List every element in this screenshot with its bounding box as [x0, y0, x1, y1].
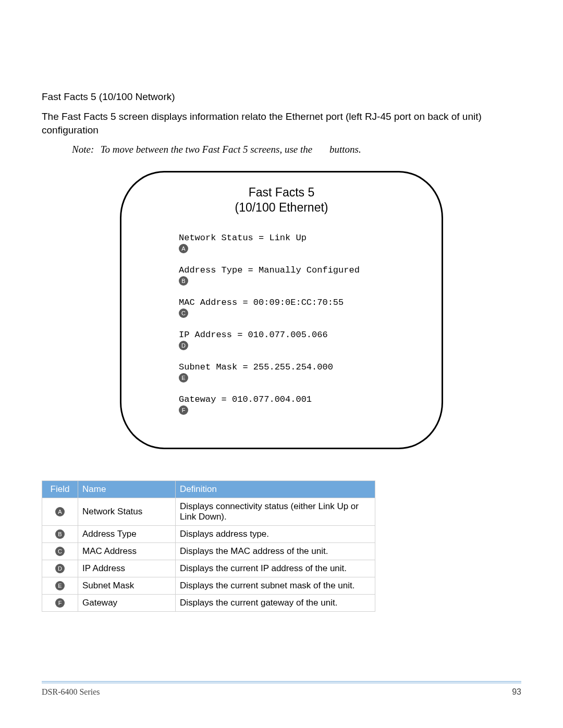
screen-panel-wrap: Fast Facts 5 (10/100 Ethernet) Network S…	[120, 171, 443, 449]
cell-definition: Displays the current IP address of the u…	[176, 560, 375, 577]
table-row: B Address Type Displays address type.	[42, 525, 375, 542]
table-row: F Gateway Displays the current gateway o…	[42, 594, 375, 611]
screen-row-text: MAC Address = 00:09:0E:CC:70:55	[179, 298, 410, 307]
screen-row-text: Gateway = 010.077.004.001	[179, 394, 410, 404]
screen-title-line1: Fast Facts 5	[249, 186, 315, 199]
screen-panel: Fast Facts 5 (10/100 Ethernet) Network S…	[120, 171, 443, 449]
note-tail: buttons.	[329, 144, 361, 155]
note-text: To move between the two Fast Fact 5 scre…	[101, 144, 313, 155]
th-field: Field	[42, 480, 78, 498]
screen-row: Subnet Mask = 255.255.254.000 E	[179, 362, 410, 383]
badge-a-icon: A	[179, 244, 188, 253]
page: Fast Facts 5 (10/100 Network) The Fast F…	[0, 0, 563, 728]
cell-definition: Displays address type.	[176, 525, 375, 542]
footer-rule-icon	[42, 683, 521, 683]
cell-name: Network Status	[78, 498, 176, 525]
cell-definition: Displays the current gateway of the unit…	[176, 594, 375, 611]
cell-definition: Displays the MAC address of the unit.	[176, 542, 375, 560]
badge-b-icon: B	[179, 276, 188, 286]
screen-row-text: Address Type = Manually Configured	[179, 265, 410, 275]
page-footer: DSR-6400 Series 93	[42, 681, 521, 697]
badge-b-icon: B	[55, 529, 65, 539]
badge-f-icon: F	[55, 598, 65, 608]
table-row: E Subnet Mask Displays the current subne…	[42, 577, 375, 594]
cell-definition: Displays connectivity status (either Lin…	[176, 498, 375, 525]
note-label: Note:	[72, 144, 98, 155]
th-name: Name	[78, 480, 176, 498]
badge-e-icon: E	[179, 373, 188, 382]
cell-name: Subnet Mask	[78, 577, 176, 594]
intro-paragraph: The Fast Facts 5 screen displays informa…	[42, 110, 521, 137]
screen-row: Address Type = Manually Configured B	[179, 265, 410, 286]
cell-name: Address Type	[78, 525, 176, 542]
cell-name: MAC Address	[78, 542, 176, 560]
screen-title-line2: (10/100 Ethernet)	[235, 201, 328, 214]
screen-row: MAC Address = 00:09:0E:CC:70:55 C	[179, 298, 410, 318]
badge-e-icon: E	[55, 581, 65, 590]
table-row: D IP Address Displays the current IP add…	[42, 560, 375, 577]
screen-row-text: IP Address = 010.077.005.066	[179, 330, 410, 340]
screen-row-text: Subnet Mask = 255.255.254.000	[179, 362, 410, 372]
cell-name: Gateway	[78, 594, 176, 611]
definitions-table: Field Name Definition A Network Status D…	[42, 480, 375, 612]
footer-product: DSR-6400 Series	[42, 687, 100, 697]
screen-row: Gateway = 010.077.004.001 F	[179, 394, 410, 415]
table-row: C MAC Address Displays the MAC address o…	[42, 542, 375, 560]
page-number: 93	[512, 687, 521, 697]
footer-rule-icon	[42, 681, 521, 682]
screen-body: Network Status = Link Up A Address Type …	[179, 233, 410, 415]
screen-row: Network Status = Link Up A	[179, 233, 410, 254]
badge-c-icon: C	[55, 547, 65, 556]
note: Note: To move between the two Fast Fact …	[72, 144, 521, 155]
section-heading: Fast Facts 5 (10/100 Network)	[42, 91, 521, 103]
table-row: A Network Status Displays connectivity s…	[42, 498, 375, 525]
cell-name: IP Address	[78, 560, 176, 577]
screen-row-text: Network Status = Link Up	[179, 233, 410, 243]
cell-definition: Displays the current subnet mask of the …	[176, 577, 375, 594]
badge-d-icon: D	[55, 564, 65, 573]
th-definition: Definition	[176, 480, 375, 498]
badge-f-icon: F	[179, 405, 188, 415]
screen-title: Fast Facts 5 (10/100 Ethernet)	[153, 185, 410, 215]
screen-row: IP Address = 010.077.005.066 D	[179, 330, 410, 351]
badge-c-icon: C	[179, 309, 188, 318]
badge-a-icon: A	[55, 507, 65, 516]
badge-d-icon: D	[179, 341, 188, 350]
table-header-row: Field Name Definition	[42, 480, 375, 498]
